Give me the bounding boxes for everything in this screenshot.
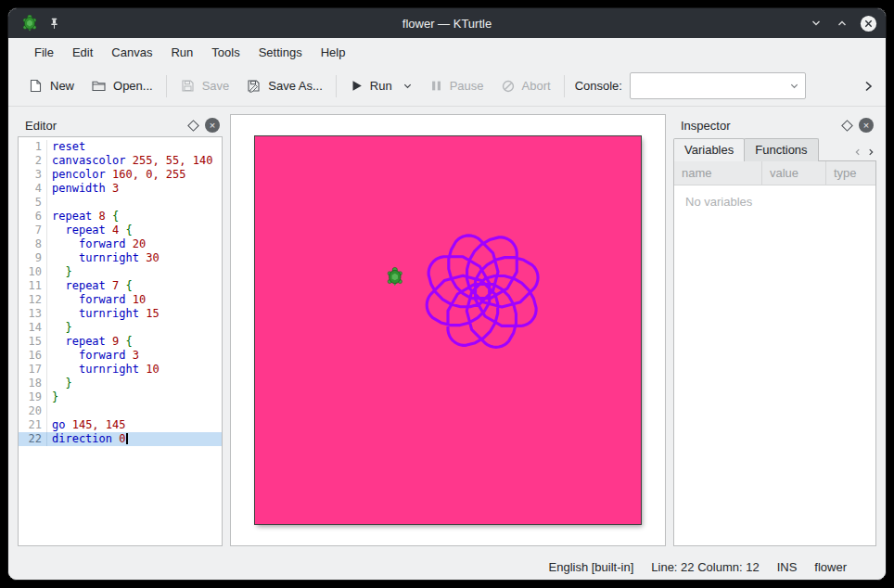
menu-run[interactable]: Run [161, 41, 202, 64]
chevron-down-icon [811, 18, 822, 29]
toolbar-overflow-button[interactable] [858, 76, 878, 96]
tab-scroll-right-button[interactable] [865, 147, 876, 158]
minimize-button[interactable] [806, 13, 826, 33]
code-line-22[interactable]: 22direction 0 [19, 432, 222, 446]
inspector-close-button[interactable]: × [859, 118, 874, 133]
inspector-dock-header[interactable]: Inspector × [673, 114, 876, 136]
console-input[interactable] [631, 79, 789, 93]
kturtle-window: flower — KTurtle [7, 7, 887, 581]
menu-file[interactable]: File [25, 41, 63, 64]
turtle-sprite[interactable] [388, 267, 402, 286]
code-line-5[interactable]: 5 [19, 196, 222, 210]
menu-edit[interactable]: Edit [63, 41, 102, 64]
line-number: 5 [19, 196, 47, 210]
pause-label: Pause [450, 79, 484, 93]
code-line-13[interactable]: 13 turnright 15 [19, 307, 222, 321]
code-text: repeat 7 { [52, 279, 133, 293]
line-number: 6 [19, 210, 47, 224]
code-text: canvascolor 255, 55, 140 [52, 154, 212, 168]
open-button[interactable]: Open... [83, 72, 161, 99]
column-type[interactable]: type [826, 161, 875, 185]
code-line-21[interactable]: 21go 145, 145 [19, 418, 222, 432]
tab-variables[interactable]: Variables [673, 138, 745, 161]
code-line-20[interactable]: 20 [19, 404, 222, 418]
line-number: 21 [19, 418, 47, 432]
code-line-8[interactable]: 8 forward 20 [19, 237, 222, 251]
pin-icon[interactable] [47, 17, 61, 31]
editor-title: Editor [25, 119, 181, 133]
statusbar: English [built-in] Line: 22 Column: 12 I… [8, 554, 886, 580]
close-button[interactable] [858, 13, 878, 33]
toolbar-separator [564, 75, 565, 97]
code-line-17[interactable]: 17 turnright 10 [19, 363, 222, 377]
code-line-16[interactable]: 16 forward 3 [19, 349, 222, 363]
code-line-2[interactable]: 2canvascolor 255, 55, 140 [19, 154, 222, 168]
save-as-button[interactable]: Save As... [237, 72, 331, 99]
menu-settings[interactable]: Settings [249, 41, 312, 64]
code-line-15[interactable]: 15 repeat 9 { [19, 335, 222, 349]
line-number: 22 [19, 432, 47, 446]
inspector-title: Inspector [681, 119, 835, 133]
line-number: 18 [19, 377, 47, 390]
code-line-10[interactable]: 10 } [19, 265, 222, 279]
code-line-14[interactable]: 14 } [19, 321, 222, 335]
no-variables-text: No variables [674, 185, 875, 218]
document-name: flower [814, 560, 847, 574]
code-text: reset [52, 140, 85, 154]
line-number: 15 [19, 335, 47, 349]
code-editor[interactable]: 1reset2canvascolor 255, 55, 1403pencolor… [18, 136, 223, 546]
code-line-7[interactable]: 7 repeat 4 { [19, 224, 222, 237]
code-line-1[interactable]: 1reset [19, 140, 222, 154]
column-name[interactable]: name [674, 161, 762, 185]
menu-canvas[interactable]: Canvas [102, 41, 161, 64]
titlebar[interactable]: flower — KTurtle [8, 8, 886, 38]
line-number: 10 [19, 265, 47, 279]
save-as-label: Save As... [268, 79, 323, 93]
chevron-left-icon [853, 147, 862, 157]
console-combobox[interactable] [630, 72, 806, 99]
chevron-up-icon [837, 18, 848, 29]
toolbar-separator [166, 75, 167, 97]
line-number: 14 [19, 321, 47, 335]
code-line-19[interactable]: 19} [19, 390, 222, 404]
editor-float-button[interactable] [186, 119, 199, 132]
variables-table: name value type No variables [673, 160, 876, 546]
code-text: penwidth 3 [52, 182, 119, 196]
code-line-12[interactable]: 12 forward 10 [19, 293, 222, 307]
tab-functions[interactable]: Functions [744, 138, 818, 161]
column-value[interactable]: value [762, 161, 826, 185]
code-line-3[interactable]: 3pencolor 160, 0, 255 [19, 168, 222, 182]
code-text: repeat 9 { [52, 335, 133, 349]
pause-button[interactable]: Pause [421, 73, 492, 98]
code-line-9[interactable]: 9 turnright 30 [19, 251, 222, 265]
code-line-4[interactable]: 4penwidth 3 [19, 182, 222, 196]
code-text: } [52, 265, 72, 279]
save-as-icon [246, 78, 262, 94]
code-line-6[interactable]: 6repeat 8 { [19, 210, 222, 224]
editor-dock-header[interactable]: Editor × [18, 114, 223, 136]
combo-chevron-down-icon[interactable] [789, 81, 799, 91]
code-line-18[interactable]: 18 } [19, 377, 222, 390]
inspector-dock: Inspector × Variables Functions [673, 114, 876, 546]
code-text: pencolor 160, 0, 255 [52, 168, 186, 182]
turtle-canvas[interactable] [255, 136, 641, 524]
window-title: flower — KTurtle [8, 17, 886, 31]
inspector-float-button[interactable] [840, 119, 853, 132]
line-number: 11 [19, 279, 47, 293]
abort-button[interactable]: Abort [492, 73, 559, 99]
maximize-button[interactable] [832, 13, 852, 33]
run-speed-chevron-icon[interactable] [402, 81, 413, 91]
code-text: } [52, 321, 72, 335]
editor-close-button[interactable]: × [205, 118, 220, 133]
canvas-view[interactable] [230, 114, 666, 546]
code-line-11[interactable]: 11 repeat 7 { [19, 279, 222, 293]
run-button[interactable]: Run [341, 73, 421, 98]
menu-help[interactable]: Help [312, 41, 355, 64]
main-area: Editor × 1reset2canvascolor 255, 55, 140… [8, 107, 886, 554]
new-button[interactable]: New [19, 72, 83, 99]
menu-tools[interactable]: Tools [202, 41, 249, 64]
code-text: forward 10 [52, 293, 146, 307]
code-text: forward 3 [52, 349, 139, 363]
save-button[interactable]: Save [172, 72, 238, 99]
tab-scroll-left-button[interactable] [852, 147, 863, 158]
